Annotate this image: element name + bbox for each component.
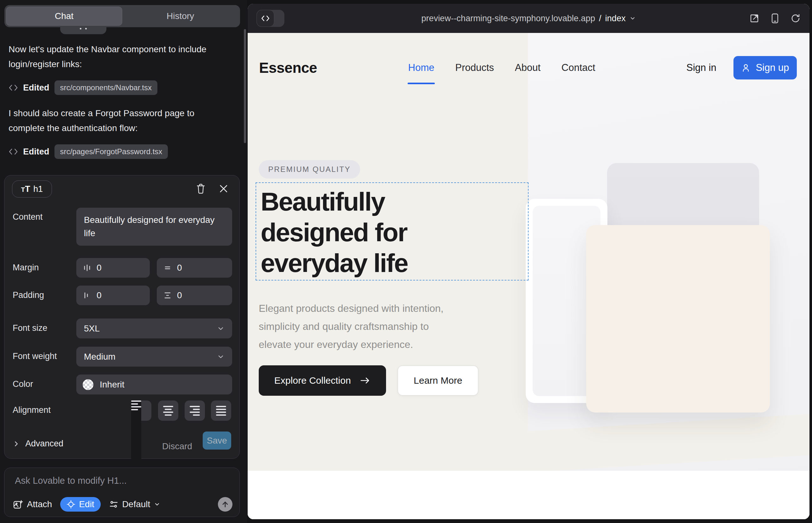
edited-label: Edited: [23, 147, 49, 157]
site-canvas: Essence Home Products About Contact Sign…: [248, 33, 810, 519]
sign-in-link[interactable]: Sign in: [686, 62, 716, 73]
chevron-down-icon: [154, 501, 160, 507]
selected-element-chip[interactable]: TT h1: [12, 180, 52, 198]
chat-message: I should also create a Forgot Password p…: [8, 106, 229, 136]
app-window: Chat History Now let's update the Navbar…: [0, 0, 812, 523]
mode-selector[interactable]: Default: [109, 499, 161, 509]
color-label: Color: [13, 379, 33, 389]
user-icon: [741, 63, 751, 72]
scrolled-chip-remnant[interactable]: [60, 27, 106, 34]
padding-vertical-icon: [163, 291, 172, 300]
nav-link-products[interactable]: Products: [455, 62, 494, 73]
color-swatch: [83, 379, 93, 390]
chat-input-box[interactable]: Ask Lovable to modify H1... Attach Edit …: [4, 468, 240, 517]
hero-paragraph: Elegant products designed with intention…: [259, 300, 518, 354]
attach-button[interactable]: Attach: [13, 499, 52, 509]
align-right-icon: [190, 406, 200, 416]
edited-file-chip[interactable]: src/components/Navbar.tsx: [54, 80, 157, 95]
edit-mode-button[interactable]: Edit: [60, 497, 100, 511]
chat-sidebar: Chat History Now let's update the Navbar…: [0, 0, 247, 523]
color-select[interactable]: Inherit: [76, 375, 232, 395]
element-tag: h1: [33, 184, 43, 194]
close-editor-button[interactable]: [217, 182, 230, 195]
preview-actions: [749, 13, 800, 24]
preview-url[interactable]: preview--charming-site-symphony.lovable.…: [422, 4, 636, 33]
external-link-icon[interactable]: [749, 13, 759, 23]
discard-button[interactable]: Discard: [162, 441, 192, 451]
code-icon: [257, 10, 274, 27]
site-navbar: Essence Home Products About Contact Sign…: [259, 49, 797, 86]
learn-more-button[interactable]: Learn More: [398, 365, 478, 396]
type-icon: TT: [21, 184, 30, 194]
nav-link-home[interactable]: Home: [408, 62, 435, 73]
site-logo[interactable]: Essence: [259, 59, 317, 76]
url-domain: preview--charming-site-symphony.lovable.…: [422, 14, 595, 23]
chat-input-placeholder: Ask Lovable to modify H1...: [15, 475, 127, 486]
advanced-toggle[interactable]: Advanced: [13, 439, 63, 449]
code-icon: [8, 147, 18, 156]
hero-badge: PREMIUM QUALITY: [259, 160, 360, 179]
save-button[interactable]: Save: [203, 432, 231, 450]
chevron-down-icon: [217, 353, 225, 361]
edited-file-row: Edited src/pages/ForgotPassword.tsx: [8, 144, 168, 159]
edit-target-icon: [67, 500, 75, 509]
hero-cta-row: Explore Collection Learn More: [259, 365, 478, 396]
next-section-background: [248, 471, 810, 519]
margin-vertical-icon: [163, 264, 172, 272]
nav-link-about[interactable]: About: [515, 62, 541, 73]
padding-x-input[interactable]: 0: [76, 286, 150, 305]
delete-element-button[interactable]: [194, 182, 207, 195]
align-justify-button[interactable]: [211, 400, 231, 421]
site-nav-links: Home Products About Contact: [408, 62, 595, 73]
sliders-icon: [109, 500, 119, 509]
font-weight-label: Font weight: [13, 351, 57, 361]
element-editor-panel: TT h1 Content Beautifully designed for e…: [4, 175, 240, 459]
font-size-label: Font size: [13, 323, 48, 333]
tab-chat[interactable]: Chat: [6, 7, 122, 26]
align-center-button[interactable]: [158, 400, 178, 421]
font-weight-select[interactable]: Medium: [76, 347, 232, 366]
attach-image-icon: [13, 499, 23, 509]
font-size-select[interactable]: 5XL: [76, 319, 232, 339]
sidebar-tabs: Chat History: [4, 5, 240, 27]
align-center-icon: [163, 406, 173, 416]
url-separator: /: [599, 14, 601, 23]
mobile-icon[interactable]: [771, 13, 779, 24]
align-right-button[interactable]: [184, 400, 205, 421]
arrow-right-icon: [360, 376, 371, 385]
hero-heading: Beautifully designed for everyday life: [256, 183, 528, 278]
selected-element-outline[interactable]: Beautifully designed for everyday life: [255, 182, 529, 281]
refresh-icon[interactable]: [791, 13, 800, 23]
edited-label: Edited: [23, 83, 49, 93]
send-button[interactable]: [218, 497, 232, 511]
preview-topbar: preview--charming-site-symphony.lovable.…: [248, 4, 810, 33]
chevron-right-icon: [13, 440, 20, 447]
chat-input-toolbar: Attach Edit Default: [13, 497, 232, 511]
chevron-down-icon: [629, 15, 636, 21]
code-preview-toggle[interactable]: [257, 10, 284, 27]
decor-card-beige: [586, 225, 770, 413]
margin-label: Margin: [13, 263, 39, 273]
nav-link-contact[interactable]: Contact: [562, 62, 595, 73]
send-icon: [222, 501, 229, 508]
chevron-down-icon: [217, 325, 225, 332]
margin-y-input[interactable]: 0: [157, 258, 232, 278]
padding-horizontal-icon: [83, 291, 91, 300]
padding-y-input[interactable]: 0: [157, 286, 232, 305]
margin-horizontal-icon: [83, 264, 91, 272]
preview-panel: preview--charming-site-symphony.lovable.…: [248, 4, 810, 519]
align-justify-icon: [216, 406, 226, 416]
explore-collection-button[interactable]: Explore Collection: [259, 365, 386, 396]
align-left-button[interactable]: [131, 400, 152, 421]
content-label: Content: [13, 212, 43, 222]
edited-file-chip[interactable]: src/pages/ForgotPassword.tsx: [54, 144, 168, 159]
sign-up-button[interactable]: Sign up: [734, 56, 797, 79]
tab-history[interactable]: History: [122, 7, 239, 26]
url-path: index: [605, 14, 626, 23]
chat-scrollbar[interactable]: [244, 29, 246, 143]
content-textarea[interactable]: Beautifully designed for everyday life: [76, 208, 232, 246]
edited-file-row: Edited src/components/Navbar.tsx: [8, 80, 157, 95]
alignment-label: Alignment: [13, 405, 51, 415]
site-nav-auth: Sign in Sign up: [686, 56, 797, 79]
margin-x-input[interactable]: 0: [76, 258, 150, 278]
